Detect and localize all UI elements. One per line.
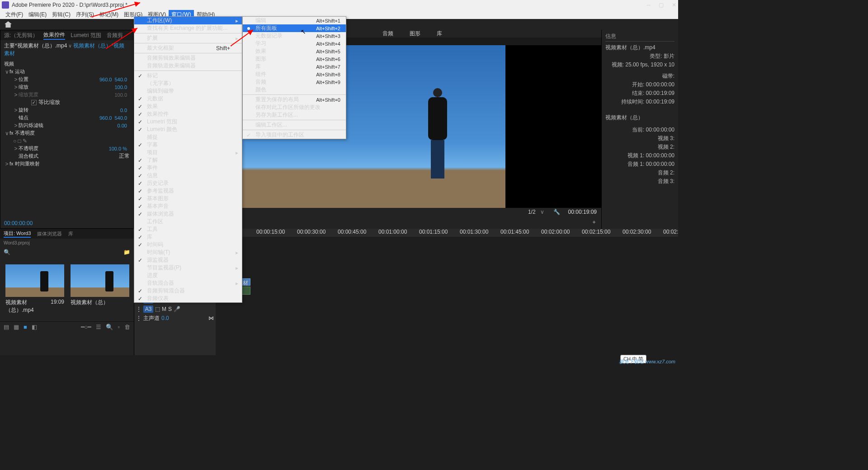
menu1-item[interactable]: ✓音频剪辑混合器 bbox=[134, 287, 242, 295]
menu1-item[interactable]: 节目监视器(P)▸ bbox=[134, 264, 242, 272]
menu-2[interactable]: 剪辑(C) bbox=[49, 10, 73, 19]
timeremap-row[interactable]: fx 时间重映射 bbox=[9, 160, 130, 167]
menu1-item[interactable]: 工作区 bbox=[134, 218, 242, 226]
menu1-item[interactable]: ✓参考监视器 bbox=[134, 187, 242, 195]
menu2-item[interactable]: 另存为新工作区... bbox=[243, 111, 346, 119]
menu2-item[interactable]: 编辑Alt+Shift+1 bbox=[243, 17, 346, 24]
menu2-item[interactable]: 组件Alt+Shift+8 bbox=[243, 70, 346, 78]
menu2-item[interactable]: 编辑工作区... bbox=[243, 121, 346, 129]
master-track[interactable]: 主声道 bbox=[143, 315, 160, 322]
menu2-item[interactable]: 库Alt+Shift+7 bbox=[243, 63, 346, 70]
trash-icon[interactable]: 🗑 bbox=[124, 324, 130, 330]
blend-val[interactable]: 正常 bbox=[119, 152, 130, 160]
proj-tab-0[interactable]: 项目: Word3 bbox=[4, 230, 31, 238]
sort-icon[interactable]: ◧ bbox=[32, 324, 37, 330]
opacity-val-row[interactable]: 不透明度 bbox=[19, 145, 109, 152]
src-tab-0[interactable]: 源:（无剪辑） bbox=[4, 32, 38, 39]
thumb-1[interactable]: 视频素材（总） bbox=[71, 264, 129, 314]
new-bin-icon[interactable]: ☰ bbox=[96, 324, 101, 330]
blend-row[interactable]: 混合模式 bbox=[19, 153, 119, 160]
thumb-0[interactable]: 视频素材（总）.mp419:09 bbox=[5, 264, 64, 314]
menu1-item[interactable]: ✓源监视器 bbox=[134, 256, 242, 264]
menu1-item[interactable]: 音轨混合器▸ bbox=[134, 279, 242, 287]
track-a3[interactable]: A3 bbox=[143, 306, 153, 313]
timeline-content[interactable]: 🎬 视频素材（ bbox=[216, 237, 678, 355]
anchor-row[interactable]: 锚点 bbox=[19, 114, 99, 121]
menu1-item[interactable]: 工作区(W)▸ bbox=[134, 17, 242, 24]
menu1-item[interactable]: 最大化框架Shift+` bbox=[134, 44, 242, 52]
menu1-item[interactable]: ✓历史记录 bbox=[134, 179, 242, 187]
scale-val[interactable]: 100.0 bbox=[114, 85, 127, 90]
menu1-item[interactable]: ✓效果 bbox=[134, 103, 242, 110]
menu1-item[interactable]: ✓了解 bbox=[134, 156, 242, 164]
menu1-item[interactable]: ✓时间码 bbox=[134, 241, 242, 249]
menu2-item[interactable]: 图形Alt+Shift+6 bbox=[243, 55, 346, 63]
menu1-item[interactable]: ✓库 bbox=[134, 233, 242, 241]
folder-icon[interactable]: 📁 bbox=[123, 249, 130, 255]
menu1-item[interactable]: ✓音频仪表 bbox=[134, 295, 242, 302]
menu1-item[interactable]: ✓媒体浏览器 bbox=[134, 210, 242, 218]
menu2-item[interactable]: 效果Alt+Shift+5 bbox=[243, 47, 346, 55]
antiflicker-row[interactable]: 防闪烁滤镜 bbox=[19, 122, 118, 129]
menu1-item[interactable]: 编辑到磁带 bbox=[134, 87, 242, 95]
menu2-item[interactable]: 元数据记录Alt+Shift+3 bbox=[243, 32, 346, 40]
menu2-item[interactable]: 重置为保存的布局Alt+Shift+0 bbox=[243, 96, 346, 103]
home-icon[interactable] bbox=[5, 21, 12, 28]
viewer-zoom[interactable]: 1/2 bbox=[528, 209, 536, 215]
menu1-item[interactable]: ✓标记 bbox=[134, 72, 242, 80]
menu2-item[interactable]: 颜色 bbox=[243, 86, 346, 94]
menu1-item[interactable]: 查找有关 Exchange 的扩展功能... bbox=[134, 24, 242, 32]
src-tab-2[interactable]: Lumetri 范围 bbox=[71, 32, 101, 39]
maximize-button[interactable]: ▢ bbox=[659, 2, 664, 8]
menu1-item[interactable]: ✓元数据 bbox=[134, 95, 242, 103]
menu-1[interactable]: 编辑(E) bbox=[26, 10, 49, 19]
ws-图形[interactable]: 图形 bbox=[410, 30, 420, 38]
menu1-item[interactable]: ✓事件 bbox=[134, 164, 242, 172]
freeform-icon[interactable]: ■ bbox=[24, 324, 27, 330]
menu1-item[interactable]: 进度 bbox=[134, 272, 242, 279]
menu1-item[interactable]: ✓信息 bbox=[134, 172, 242, 179]
scale-row[interactable]: 缩放 bbox=[19, 84, 114, 90]
anchor-y[interactable]: 540.0 bbox=[114, 115, 127, 121]
rotation-row[interactable]: 旋转 bbox=[19, 107, 120, 113]
add-marker-icon[interactable]: ＋ bbox=[591, 218, 597, 226]
ws-音频[interactable]: 音频 bbox=[382, 30, 393, 38]
search-icon-2[interactable]: 🔍 bbox=[106, 324, 113, 330]
menu1-item[interactable]: ✓Lumetri 范围 bbox=[134, 118, 242, 126]
close-button[interactable]: ✕ bbox=[672, 2, 676, 8]
menu1-item[interactable]: 捕捉 bbox=[134, 133, 242, 141]
opacity-row[interactable]: fx 不透明度 bbox=[9, 130, 130, 136]
menu1-item[interactable]: ✓工具 bbox=[134, 226, 242, 233]
motion-row[interactable]: fx 运动 bbox=[9, 68, 130, 75]
antiflicker-val[interactable]: 0.00 bbox=[118, 123, 127, 128]
proj-tab-2[interactable]: 库 bbox=[68, 230, 73, 237]
search-icon[interactable]: 🔍 bbox=[4, 249, 10, 255]
menu1-item[interactable]: ✓基本图形 bbox=[134, 195, 242, 202]
menu2-item[interactable]: 学习Alt+Shift+4 bbox=[243, 40, 346, 47]
anchor-x[interactable]: 960.0 bbox=[99, 115, 112, 121]
menu1-item[interactable]: ✓基本声音 bbox=[134, 202, 242, 210]
rotation-val[interactable]: 0.0 bbox=[120, 108, 127, 113]
proj-tab-1[interactable]: 媒体浏览器 bbox=[37, 230, 62, 237]
menu1-item[interactable]: ✓字幕 bbox=[134, 141, 242, 149]
list-view-icon[interactable]: ▤ bbox=[4, 324, 9, 330]
menu1-item[interactable]: 项目▸ bbox=[134, 149, 242, 156]
effect-timecode[interactable]: 00:00:00:00 bbox=[0, 218, 133, 228]
menu1-item[interactable]: （无字幕） bbox=[134, 80, 242, 87]
menu2-item[interactable]: ✓导入项目中的工作区 bbox=[243, 131, 346, 139]
icon-view-icon[interactable]: ▦ bbox=[14, 324, 19, 330]
position-x[interactable]: 960.0 bbox=[99, 77, 112, 82]
minimize-button[interactable]: ─ bbox=[646, 2, 651, 8]
position-y[interactable]: 540.0 bbox=[114, 77, 127, 82]
src-tab-1[interactable]: 效果控件 bbox=[43, 31, 65, 40]
opacity-val[interactable]: 100.0 % bbox=[109, 146, 127, 151]
new-item-icon[interactable]: ▫ bbox=[118, 324, 120, 330]
src-tab-3[interactable]: 音频剪 bbox=[107, 32, 123, 39]
zoom-slider[interactable]: ━○━ bbox=[81, 324, 92, 330]
menu1-item[interactable]: 时间轴(T)▸ bbox=[134, 249, 242, 256]
position-row[interactable]: 位置 bbox=[19, 76, 99, 83]
menu-0[interactable]: 文件(F) bbox=[3, 10, 26, 19]
menu1-item[interactable]: ✓效果控件 bbox=[134, 110, 242, 118]
menu-4[interactable]: 标记(M) bbox=[97, 10, 121, 19]
uniform-checkbox[interactable] bbox=[31, 100, 37, 105]
